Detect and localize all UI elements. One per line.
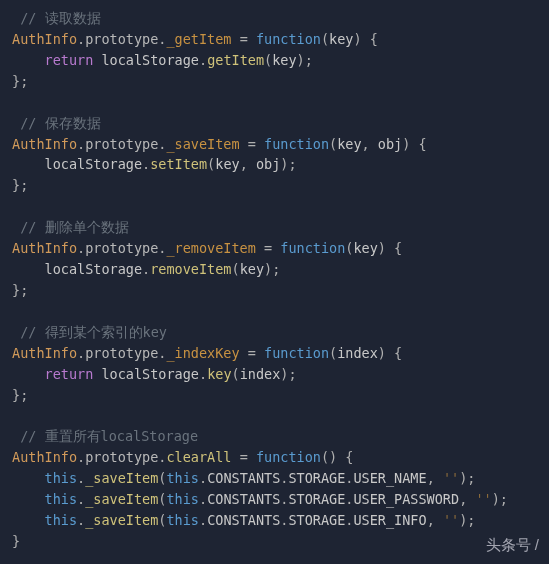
method-clearall: clearAll (166, 449, 231, 465)
comment-indexkey: // 得到某个索引的key (20, 324, 167, 340)
method-indexkey: _indexKey (166, 345, 239, 361)
comment-remove: // 删除单个数据 (20, 219, 128, 235)
class-name: AuthInfo (12, 31, 77, 47)
method-getitem: _getItem (166, 31, 231, 47)
watermark: 头条号 / (486, 533, 539, 556)
code-block: // 读取数据 AuthInfo.prototype._getItem = fu… (12, 8, 537, 564)
method-saveitem: _saveItem (166, 136, 239, 152)
method-removeitem: _removeItem (166, 240, 255, 256)
comment-reset: // 重置所有localStorage (20, 428, 198, 444)
comment-read: // 读取数据 (20, 10, 100, 26)
comment-save: // 保存数据 (20, 115, 100, 131)
